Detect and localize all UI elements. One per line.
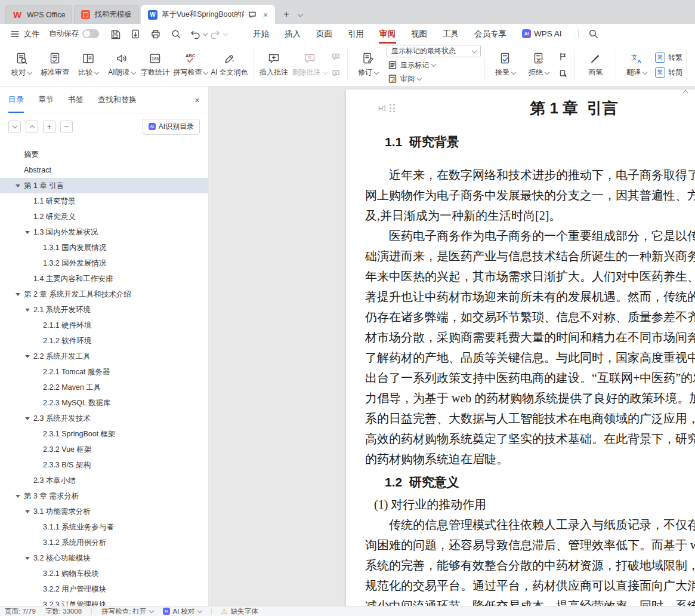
review-mode-button[interactable]: 审阅 xyxy=(387,73,481,85)
traditional-to-simplified-button[interactable]: 繁 转简 xyxy=(655,66,682,79)
outline-item[interactable]: 第 1 章 引言 xyxy=(0,178,208,193)
outline-item[interactable]: 2.3 本章小结 xyxy=(0,473,208,488)
close-sidebar-icon[interactable]: × xyxy=(194,95,200,105)
sidebar-tab-catalog[interactable]: 目录 xyxy=(8,87,24,113)
redo-button[interactable] xyxy=(209,27,222,41)
chapter-title[interactable]: 第 1 章 引言 xyxy=(365,98,695,118)
show-markup-button[interactable]: 显示标记 xyxy=(387,59,481,71)
tab-list-chevron-icon[interactable] xyxy=(295,7,305,21)
outline-item[interactable]: 第 2 章 系统开发工具和技术介绍 xyxy=(0,287,208,302)
missing-font-warning[interactable]: ⚠ 缺失字体 xyxy=(221,607,258,616)
outline-item[interactable]: 2.2.2 Maven 工具 xyxy=(0,380,208,395)
outline-item[interactable]: 3.2.1 购物车模块 xyxy=(0,566,208,581)
outline-item[interactable]: 2.2.3 MySQL 数据库 xyxy=(0,395,208,411)
outline-item[interactable]: 1.3.1 国内发展情况 xyxy=(0,240,208,255)
list-item-line[interactable]: (1) 对行业的推动作用 xyxy=(365,494,695,515)
outline-item[interactable]: 2.3.3 B/S 架构 xyxy=(0,457,208,473)
body-line[interactable]: 系的日益完善、大数据与人工智能技术在电商领域的广泛应用，都 xyxy=(365,408,695,429)
outline-item[interactable]: 1.3.2 国外发展情况 xyxy=(0,255,208,271)
menu-tab-start[interactable]: 开始 xyxy=(245,24,277,44)
menu-tab-tools[interactable]: 工具 xyxy=(435,24,467,44)
collapse-arrow-icon[interactable] xyxy=(16,293,24,296)
outline-item[interactable]: Abstract xyxy=(0,162,208,178)
body-line[interactable]: 的药材购物系统迫在眉睫。 xyxy=(365,449,695,469)
undo-chevron-icon[interactable] xyxy=(203,30,208,35)
document-tab[interactable]: 基于Vue和SpringBoot的前 × xyxy=(141,5,275,24)
word-count-indicator[interactable]: 字数: 33008 xyxy=(45,607,82,616)
increase-level-button[interactable]: + xyxy=(43,121,55,133)
drag-handle-icon[interactable] xyxy=(390,104,395,112)
expand-all-button[interactable] xyxy=(8,121,21,133)
outline-item[interactable]: 1.1 研究背景 xyxy=(0,193,208,209)
translate-button[interactable]: 文A 翻译 xyxy=(620,47,653,84)
outline-item[interactable]: 1.2 研究意义 xyxy=(0,209,208,224)
track-changes-button[interactable]: 修订 xyxy=(351,47,385,84)
redo-chevron-icon[interactable] xyxy=(223,30,228,35)
body-line[interactable]: 医药电子商务作为电子商务的一个重要组成部分，它是以传统医 xyxy=(365,226,695,246)
sidebar-tab-bookmark[interactable]: 书签 xyxy=(68,87,84,113)
autosave-toggle[interactable] xyxy=(82,29,99,38)
collapse-arrow-icon[interactable] xyxy=(25,557,33,560)
ink-brush-button[interactable]: 画笔 xyxy=(579,47,612,84)
outline-item[interactable]: 第 3 章 需求分析 xyxy=(0,488,208,504)
insert-comment-button[interactable]: 插入批注 xyxy=(257,47,291,84)
sidebar-tab-find-replace[interactable]: 查找和替换 xyxy=(98,87,137,113)
outline-item[interactable]: 2.3 系统开发技术 xyxy=(0,411,208,426)
outline-item[interactable]: 2.1.1 硬件环境 xyxy=(0,318,208,333)
body-line[interactable]: 材市场分散，采购商需要耗费大量的时间和精力在不同市场间奔波， xyxy=(365,327,695,347)
previous-comment-button[interactable] xyxy=(330,51,342,63)
collapse-arrow-icon[interactable] xyxy=(16,184,24,187)
body-line[interactable]: 减少中间流通环节，降低交易成本，提高经营效率。同时，系统可以 xyxy=(365,596,695,606)
collapse-arrow-icon[interactable] xyxy=(25,309,33,312)
markup-state-select[interactable]: 显示标记的最终状态 xyxy=(387,45,481,57)
outline-item[interactable]: 3.2.2 用户管理模块 xyxy=(0,581,208,597)
collapse-arrow-icon[interactable] xyxy=(16,495,24,498)
menu-tab-member[interactable]: 会员专享 xyxy=(467,24,514,44)
document-page[interactable]: H1 第 1 章 引言 1.1 研究背景 近年来，在数字网络和技术进步的推动下，… xyxy=(346,90,695,606)
new-tab-button[interactable]: + xyxy=(279,7,294,21)
collapse-all-button[interactable] xyxy=(26,121,38,133)
body-line[interactable]: 了解药材的产地、品质等关键信息。与此同时，国家高度重视中医药 xyxy=(365,347,695,368)
body-line[interactable]: 规范化的交易平台。通过平台，药材供应商可以直接面向广大消费者 xyxy=(365,575,695,596)
outline-item[interactable]: 2.3.2 Vue 框架 xyxy=(0,442,208,457)
file-menu-button[interactable]: 文件 xyxy=(6,29,43,39)
ai-recognize-catalog-button[interactable]: AI识别目录 xyxy=(143,119,200,135)
body-line[interactable]: 仍存在诸多弊端，如交易环节繁琐、信息不对称、质量参差不齐等问 xyxy=(365,307,695,327)
body-line[interactable]: 著提升也让中药材市场迎来前所未有的发展机遇。然而，传统的中药 xyxy=(365,287,695,307)
word-count-button[interactable]: 123 字数统计 xyxy=(138,47,172,84)
body-line[interactable]: 近年来，在数字网络和技术进步的推动下，电子商务取得了显著 xyxy=(365,165,695,185)
section-heading[interactable]: 1.1 研究背景 xyxy=(365,134,695,150)
body-line[interactable]: 年来中医热的兴起，其市场需求日渐扩大。人们对中医药养生、治疗 xyxy=(365,266,695,287)
collapse-arrow-icon[interactable] xyxy=(25,510,33,513)
outline-item[interactable]: 3.1.2 系统用例分析 xyxy=(0,535,208,550)
print-button[interactable] xyxy=(149,27,162,41)
outline-item[interactable]: 2.3.1 SpringBoot 框架 xyxy=(0,426,208,442)
save-button[interactable] xyxy=(109,27,122,41)
ai-proofread-status[interactable]: AI 校对 xyxy=(163,607,202,616)
body-line[interactable]: 网上购物作为电子商务中发展最快的分支之一，因其普遍性、方便性 xyxy=(365,185,695,205)
ribbon-collapse-chevron[interactable] xyxy=(681,87,690,96)
outline-item[interactable]: 3.1.1 系统业务参与者 xyxy=(0,519,208,535)
undo-button[interactable] xyxy=(189,27,202,41)
document-canvas[interactable]: H1 第 1 章 引言 1.1 研究背景 近年来，在数字网络和技术进步的推动下，… xyxy=(209,87,695,606)
outline-item[interactable]: 2.1 系统开发环境 xyxy=(0,302,208,318)
next-comment-button[interactable] xyxy=(330,67,342,79)
body-line[interactable]: 础演进而来，是医药产业与信息技术结合所诞生的一种新兴商务形 xyxy=(365,246,695,266)
spellcheck-status[interactable]: 拼写检查: 打开 xyxy=(101,607,153,616)
ai-read-aloud-button[interactable]: AI朗读 xyxy=(105,47,138,84)
outline-item[interactable]: 1.4 主要内容和工作安排 xyxy=(0,271,208,287)
collapse-arrow-icon[interactable] xyxy=(25,355,33,358)
outline-item[interactable]: 2.1.2 软件环境 xyxy=(0,333,208,349)
outline-item[interactable]: 2.2 系统开发工具 xyxy=(0,349,208,364)
outline-item[interactable]: 1.3 国内外发展状况 xyxy=(0,224,208,240)
body-line[interactable]: 传统的信息管理模式往往依赖人工录入与纸质记录，不仅存在数 xyxy=(365,515,695,535)
body-line[interactable]: 及,并日渐成为一种新的生活时尚[2]。 xyxy=(365,205,695,226)
menu-tab-wps-ai[interactable]: WPS AI xyxy=(514,24,570,44)
ai-polish-button[interactable]: AI 全文润色 xyxy=(209,47,249,84)
outline-item[interactable]: 2.2.1 Tomcat 服务器 xyxy=(0,364,208,380)
previous-change-button[interactable] xyxy=(557,51,569,63)
search-button[interactable] xyxy=(587,27,600,41)
body-line[interactable]: 询困难的问题，还容易导致信息滞后、管理效率低下。而基于 web xyxy=(365,535,695,555)
docer-template-tab[interactable]: 找稻壳模板 xyxy=(74,5,139,24)
sidebar-tab-chapter[interactable]: 章节 xyxy=(38,87,54,113)
